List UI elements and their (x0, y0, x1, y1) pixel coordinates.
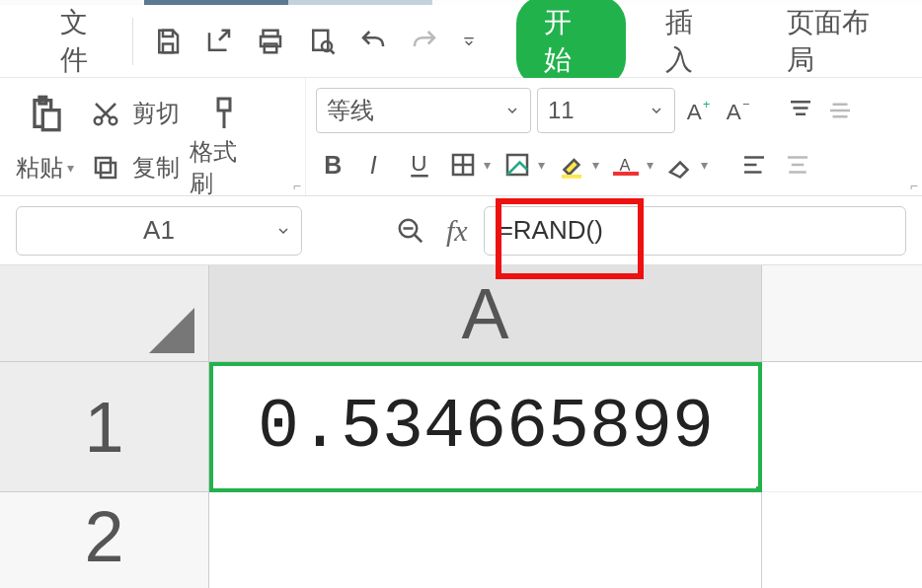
formula-bar-value: =RAND() (499, 215, 603, 246)
column-header-A[interactable]: A (209, 265, 762, 362)
spreadsheet-grid: A 1 2 0.534665899 (0, 265, 922, 588)
bold-icon[interactable]: B (316, 148, 349, 182)
export-icon[interactable] (202, 25, 236, 58)
italic-icon[interactable]: I (359, 148, 393, 182)
copy-button[interactable]: 复制 (89, 151, 180, 184)
eraser-dropdown[interactable]: ▾ (663, 148, 708, 182)
decrease-font-icon[interactable]: A− (721, 94, 754, 127)
row-header-2[interactable]: 2 (0, 492, 209, 588)
paste-dropdown[interactable]: 粘贴 ▾ (10, 152, 79, 184)
highlight-icon (555, 148, 588, 182)
highlight-dropdown[interactable]: ▾ (555, 148, 599, 182)
font-name-value: 等线 (327, 95, 374, 126)
cut-button[interactable]: 剪切 (89, 97, 180, 130)
menu-icon[interactable] (0, 5, 58, 78)
svg-text:+: + (703, 98, 710, 111)
font-color-icon: A (609, 148, 643, 182)
top-row: 文件 开始 插入 (0, 5, 922, 78)
row-header-1[interactable]: 1 (0, 362, 209, 492)
copy-label: 复制 (132, 152, 180, 184)
name-box-value: A1 (143, 215, 175, 246)
redo-icon[interactable] (408, 25, 441, 58)
scissors-icon (89, 97, 122, 130)
cell-style-dropdown[interactable]: ▾ (500, 148, 545, 182)
ribbon-group-clipboard: 剪切 粘贴 ▾ 复制 (0, 78, 306, 195)
format-painter-icon[interactable] (204, 94, 244, 133)
cell-style-icon (500, 148, 534, 182)
font-color-dropdown[interactable]: A ▾ (609, 148, 653, 182)
svg-text:B: B (324, 151, 342, 179)
svg-text:U: U (411, 151, 426, 176)
svg-rect-4 (163, 43, 173, 52)
format-painter-label: 格式刷 (190, 136, 259, 199)
format-painter-button[interactable]: 格式刷 (190, 136, 259, 199)
font-name-selector[interactable]: 等线 (316, 88, 531, 133)
svg-text:−: − (742, 98, 749, 111)
svg-rect-14 (42, 110, 59, 130)
save-icon[interactable] (151, 25, 185, 58)
align-middle-icon[interactable] (823, 94, 857, 127)
tab-page-layout[interactable]: 页面布局 (759, 0, 922, 87)
svg-line-50 (415, 234, 423, 242)
copy-icon (89, 151, 122, 184)
formula-row: A1 fx =RAND() (0, 196, 922, 265)
border-icon (446, 148, 480, 182)
font-dialog-launcher-icon[interactable]: ⌐ (910, 178, 918, 193)
select-all-triangle-icon (149, 308, 194, 353)
align-top-icon[interactable] (784, 94, 817, 127)
svg-line-10 (331, 49, 335, 53)
paste-icon[interactable] (23, 92, 66, 135)
tab-home[interactable]: 开始 (516, 0, 626, 87)
eraser-icon (663, 148, 697, 182)
ribbon-group-font: 等线 11 A+ A− (306, 78, 922, 195)
clipboard-dialog-launcher-icon[interactable]: ⌐ (293, 178, 301, 193)
ribbon-tabs: 开始 插入 页面布局 (516, 5, 922, 78)
increase-font-icon[interactable]: A+ (681, 94, 715, 127)
svg-rect-21 (96, 158, 111, 173)
align-center-icon[interactable] (781, 148, 814, 182)
tab-insert[interactable]: 插入 (638, 0, 747, 87)
undo-icon[interactable] (356, 25, 390, 58)
fx-icon[interactable]: fx (440, 214, 474, 248)
svg-text:A: A (687, 100, 702, 124)
print-preview-icon[interactable] (305, 25, 339, 58)
cell-A2[interactable] (209, 492, 762, 588)
svg-rect-41 (562, 175, 581, 179)
column-header-next[interactable] (762, 265, 922, 362)
svg-text:A: A (620, 155, 631, 173)
ribbon: 剪切 粘贴 ▾ 复制 (0, 78, 922, 196)
svg-rect-3 (163, 30, 173, 36)
svg-rect-19 (218, 99, 230, 110)
file-menu[interactable]: 文件 (58, 18, 133, 65)
print-icon[interactable] (254, 25, 287, 58)
border-dropdown[interactable]: ▾ (446, 148, 491, 182)
cell-B1[interactable] (762, 362, 922, 492)
font-size-selector[interactable]: 11 (537, 88, 675, 133)
customize-qat-icon[interactable] (459, 25, 479, 58)
cell-A1-value: 0.534665899 (258, 389, 714, 467)
svg-text:I: I (370, 151, 377, 179)
paste-label: 粘贴 (16, 152, 63, 184)
name-box[interactable]: A1 (16, 206, 302, 256)
cell-B2[interactable] (762, 492, 922, 588)
font-size-value: 11 (548, 97, 575, 124)
cell-A1[interactable]: 0.534665899 (209, 362, 762, 492)
svg-rect-22 (101, 163, 115, 178)
select-all-corner[interactable] (0, 265, 209, 362)
cut-label: 剪切 (132, 98, 180, 129)
align-left-icon[interactable] (737, 148, 771, 182)
underline-icon[interactable]: U (403, 148, 436, 182)
formula-bar[interactable]: =RAND() (484, 206, 906, 256)
svg-text:A: A (727, 100, 741, 124)
zoom-out-icon[interactable] (391, 211, 430, 251)
svg-rect-8 (314, 30, 329, 49)
quick-access-toolbar (133, 25, 497, 58)
